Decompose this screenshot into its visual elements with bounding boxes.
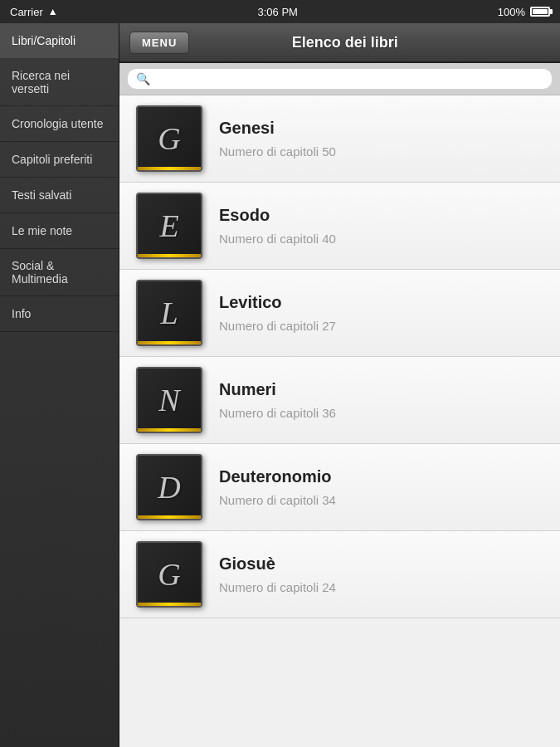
book-info-levitico: Levitico Numero di capitoli 27 [219, 293, 543, 333]
book-item-levitico[interactable]: L Levitico Numero di capitoli 27 [119, 270, 560, 357]
book-letter-deuteronomio: D [158, 469, 180, 505]
book-cover-levitico: L [136, 280, 202, 346]
book-info-numeri: Numeri Numero di capitoli 36 [219, 380, 543, 420]
main-content: MENU Elenco dei libri 🔍 G Genesi Numero … [119, 23, 560, 747]
sidebar-item-le-mie-note[interactable]: Le mie note [0, 213, 119, 249]
menu-button[interactable]: MENU [129, 32, 189, 54]
book-info-genesi: Genesi Numero di capitoli 50 [219, 119, 543, 159]
book-info-esodo: Esodo Numero di capitoli 40 [219, 206, 543, 246]
search-icon: 🔍 [136, 72, 150, 85]
book-chapters-esodo: Numero di capitoli 40 [219, 232, 543, 246]
book-cover-giosue: G [136, 541, 202, 608]
battery-icon [530, 7, 550, 17]
book-chapters-numeri: Numero di capitoli 36 [219, 406, 543, 420]
book-name-genesi: Genesi [219, 119, 543, 138]
sidebar-item-ricerca-versetti[interactable]: Ricerca nei versetti [0, 59, 119, 106]
app-container: Libri/CapitoliRicerca nei versettiCronol… [0, 23, 560, 747]
search-input[interactable] [155, 72, 543, 85]
book-chapters-genesi: Numero di capitoli 50 [219, 144, 543, 159]
book-chapters-levitico: Numero di capitoli 27 [219, 319, 543, 333]
book-name-esodo: Esodo [219, 206, 543, 225]
search-input-wrap: 🔍 [128, 69, 552, 89]
book-chapters-giosue: Numero di capitoli 24 [219, 580, 543, 594]
book-cover-numeri: N [136, 367, 202, 433]
sidebar-item-capitoli-preferiti[interactable]: Capitoli preferiti [0, 142, 119, 178]
wifi-icon: ▲ [48, 6, 58, 17]
book-chapters-deuteronomio: Numero di capitoli 34 [219, 493, 543, 507]
book-name-giosue: Giosuè [219, 554, 543, 574]
nav-title: Elenco dei libri [197, 34, 492, 51]
status-left: Carrier ▲ [10, 6, 58, 18]
book-list: G Genesi Numero di capitoli 50 E Esodo N… [119, 95, 560, 747]
status-right: 100% [498, 6, 550, 18]
book-name-levitico: Levitico [219, 293, 543, 312]
book-item-numeri[interactable]: N Numeri Numero di capitoli 36 [119, 357, 560, 444]
book-letter-giosue: G [158, 556, 180, 593]
book-letter-levitico: L [160, 295, 178, 331]
book-info-deuteronomio: Deuteronomio Numero di capitoli 34 [219, 467, 543, 507]
sidebar-item-testi-salvati[interactable]: Testi salvati [0, 178, 119, 213]
search-bar: 🔍 [119, 63, 560, 95]
book-item-deuteronomio[interactable]: D Deuteronomio Numero di capitoli 34 [119, 444, 560, 531]
sidebar: Libri/CapitoliRicerca nei versettiCronol… [0, 23, 119, 747]
book-item-genesi[interactable]: G Genesi Numero di capitoli 50 [119, 95, 560, 183]
carrier-label: Carrier [10, 6, 43, 18]
book-item-esodo[interactable]: E Esodo Numero di capitoli 40 [119, 183, 560, 270]
nav-bar: MENU Elenco dei libri [119, 23, 560, 63]
book-letter-genesi: G [158, 120, 180, 157]
status-bar: Carrier ▲ 3:06 PM 100% [0, 0, 560, 23]
sidebar-item-cronologia-utente[interactable]: Cronologia utente [0, 106, 119, 142]
time-label: 3:06 PM [257, 6, 297, 18]
book-name-numeri: Numeri [219, 380, 543, 399]
sidebar-item-social-multimedia[interactable]: Social & Multimedia [0, 249, 119, 296]
book-letter-numeri: N [158, 382, 179, 418]
book-cover-genesi: G [136, 105, 202, 172]
book-letter-esodo: E [159, 208, 178, 244]
sidebar-item-libri-capitoli[interactable]: Libri/Capitoli [0, 23, 119, 59]
book-item-giosue[interactable]: G Giosuè Numero di capitoli 24 [119, 531, 560, 618]
sidebar-item-info[interactable]: Info [0, 296, 119, 332]
book-info-giosue: Giosuè Numero di capitoli 24 [219, 554, 543, 594]
book-cover-esodo: E [136, 193, 202, 259]
book-cover-deuteronomio: D [136, 454, 202, 520]
battery-percent: 100% [498, 6, 525, 18]
book-name-deuteronomio: Deuteronomio [219, 467, 543, 486]
